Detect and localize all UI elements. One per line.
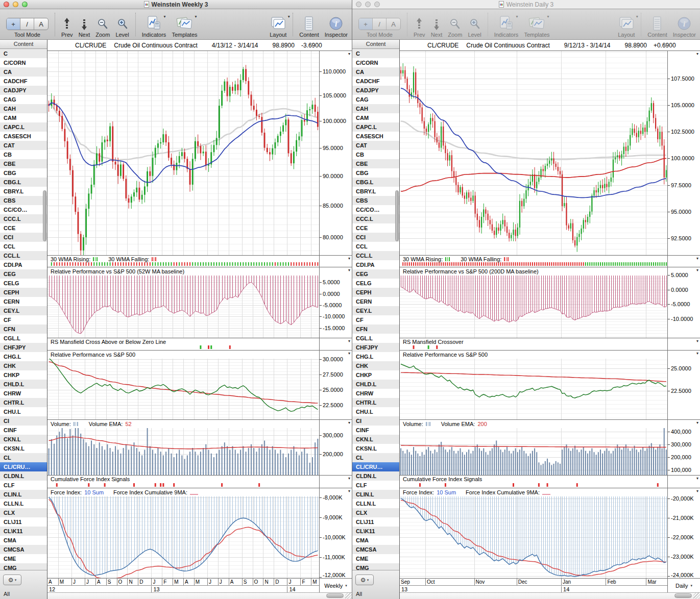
sidebar-item[interactable]: CHLD.L — [0, 380, 47, 389]
sidebar-item[interactable]: CEG — [352, 269, 399, 279]
sidebar-item[interactable]: CASESCH — [0, 132, 47, 141]
sidebar-item[interactable]: CL/CRU… — [0, 462, 47, 471]
sidebar-item[interactable]: CBRY.L — [352, 187, 399, 196]
zoom-in-button[interactable]: Level — [115, 15, 129, 38]
sidebar-item[interactable]: CL\K11 — [0, 527, 47, 536]
sidebar-item[interactable]: CELG — [352, 279, 399, 288]
sidebar-item[interactable]: CDI.PA — [352, 260, 399, 269]
rp-chart[interactable] — [400, 359, 667, 419]
prev-button[interactable]: Prev — [414, 15, 425, 38]
sidebar-item[interactable]: CA — [352, 67, 399, 77]
sidebar-item[interactable]: CL — [352, 453, 399, 462]
sidebar-item[interactable]: CCC.L — [352, 214, 399, 223]
sidebar-item[interactable]: CCI — [352, 233, 399, 242]
content-button[interactable]: Content — [299, 15, 319, 38]
scrollbar-thumb[interactable] — [674, 593, 692, 598]
sidebar-item[interactable]: CHTR.L — [352, 398, 399, 407]
panel-disclosure-icon[interactable]: ▾ — [696, 420, 698, 425]
inspector-button[interactable]: i Inspector — [673, 15, 696, 38]
indicators-button[interactable]: ▾ Indicators — [142, 15, 166, 38]
sidebar-item[interactable]: C/CORN — [0, 58, 47, 67]
sidebar-item[interactable]: CHKP — [352, 370, 399, 380]
panel-disclosure-icon[interactable]: ▾ — [696, 256, 698, 261]
next-button[interactable]: Next — [431, 15, 443, 38]
sidebar-item[interactable]: CAH — [352, 104, 399, 113]
sidebar-item[interactable]: CL\J11 — [0, 517, 47, 527]
sidebar-item[interactable]: CMCSA — [352, 545, 399, 554]
sidebar-item[interactable]: CINF — [0, 426, 47, 435]
sidebar-item[interactable]: CBS — [0, 196, 47, 205]
sidebar-item[interactable]: CMG — [352, 563, 399, 570]
sidebar-scrollbar-thumb[interactable] — [43, 190, 46, 241]
sidebar-item[interactable]: CDI.PA — [0, 260, 47, 269]
sidebar-item[interactable]: CCE — [352, 223, 399, 233]
force-index-chart[interactable] — [400, 496, 667, 578]
text-tool-button[interactable]: A — [34, 18, 48, 30]
close-button[interactable] — [356, 2, 361, 7]
sidebar-item[interactable]: CAG — [352, 95, 399, 104]
sidebar-item[interactable]: CF — [352, 315, 399, 325]
sidebar-item[interactable]: CEY.L — [0, 306, 47, 315]
sidebar-item[interactable]: CC/CO… — [0, 205, 47, 214]
sidebar-item[interactable]: CHFJPY — [352, 343, 399, 352]
sidebar-item[interactable]: CFN — [0, 325, 47, 334]
next-button[interactable]: Next — [79, 15, 90, 38]
sidebar-item[interactable]: CMA — [352, 536, 399, 545]
layout-button[interactable]: ▾ Layout — [270, 15, 286, 38]
sidebar-scrollbar[interactable] — [42, 49, 47, 570]
sidebar-item[interactable]: CHFJPY — [0, 343, 47, 352]
sidebar-item[interactable]: C — [0, 49, 47, 58]
scrollbar-thumb[interactable] — [326, 593, 344, 598]
zoom-window-button[interactable] — [374, 2, 380, 7]
sidebar-item[interactable]: CINF — [352, 426, 399, 435]
volume-chart[interactable] — [47, 428, 319, 475]
sidebar-item[interactable]: CADJPY — [0, 86, 47, 95]
sidebar-item[interactable]: CMG — [0, 563, 47, 570]
sidebar-item[interactable]: CBE — [0, 159, 47, 168]
sidebar-item[interactable]: CLLN.L — [352, 499, 399, 508]
titlebar[interactable]: Weinstein Weekly 3 — [0, 0, 352, 9]
sidebar-item[interactable]: CEG — [0, 269, 47, 279]
sidebar-item[interactable]: CERN — [0, 297, 47, 306]
pointer-tool-button[interactable]: + — [7, 18, 20, 30]
sidebar-item[interactable]: CCI — [0, 233, 47, 242]
sidebar-item[interactable]: CHK — [0, 361, 47, 370]
line-tool-button[interactable]: / — [20, 18, 34, 30]
panel-disclosure-icon[interactable]: ▾ — [348, 52, 350, 56]
sidebar-item[interactable]: CADCHF — [352, 77, 399, 86]
sidebar-item[interactable]: CHU.L — [0, 407, 47, 416]
minimize-button[interactable] — [13, 2, 18, 7]
sidebar-item[interactable]: CAT — [352, 141, 399, 150]
templates-button[interactable]: ▾ Templates — [524, 15, 549, 38]
panel-disclosure-icon[interactable]: ▾ — [696, 339, 698, 343]
sidebar-item[interactable]: CBRY.L — [0, 187, 47, 196]
panel-disclosure-icon[interactable]: ▾ — [696, 268, 698, 272]
sidebar-item[interactable]: CADCHF — [0, 77, 47, 86]
sidebar-item[interactable]: CBG.L — [0, 178, 47, 187]
close-button[interactable] — [4, 2, 9, 7]
sidebar-item[interactable]: CA — [0, 67, 47, 77]
sidebar-item[interactable]: CCL.L — [0, 251, 47, 260]
sidebar-item[interactable]: CKSN.L — [0, 444, 47, 453]
sidebar-item[interactable]: CAPC.L — [0, 122, 47, 132]
timeframe-dropdown[interactable]: Weekly▾ — [319, 579, 352, 592]
indicators-button[interactable]: ▾ Indicators — [494, 15, 519, 38]
sidebar-item[interactable]: CHKP — [0, 370, 47, 380]
sidebar-item[interactable]: CCC.L — [0, 214, 47, 223]
sidebar-item[interactable]: CBS — [352, 196, 399, 205]
sidebar-item[interactable]: CLDN.L — [352, 471, 399, 481]
sidebar-item[interactable]: CB — [352, 150, 399, 159]
rs-chart[interactable] — [47, 276, 319, 338]
layout-button[interactable]: ▾ Layout — [618, 15, 635, 38]
sidebar-item[interactable]: CLX — [352, 508, 399, 517]
sidebar-item[interactable]: CB — [0, 150, 47, 159]
minimize-button[interactable] — [365, 2, 371, 7]
sidebar-item[interactable]: CLIN.L — [0, 490, 47, 499]
sidebar-item[interactable]: CL\J11 — [352, 517, 399, 527]
sidebar-item[interactable]: CHRW — [352, 389, 399, 398]
sidebar-item[interactable]: CKSN.L — [352, 444, 399, 453]
horizontal-scrollbar[interactable] — [400, 592, 700, 599]
sidebar-item[interactable]: CL/CRU… — [352, 462, 399, 471]
sidebar-item[interactable]: CAPC.L — [352, 122, 399, 132]
sidebar-item[interactable]: CFN — [352, 325, 399, 334]
